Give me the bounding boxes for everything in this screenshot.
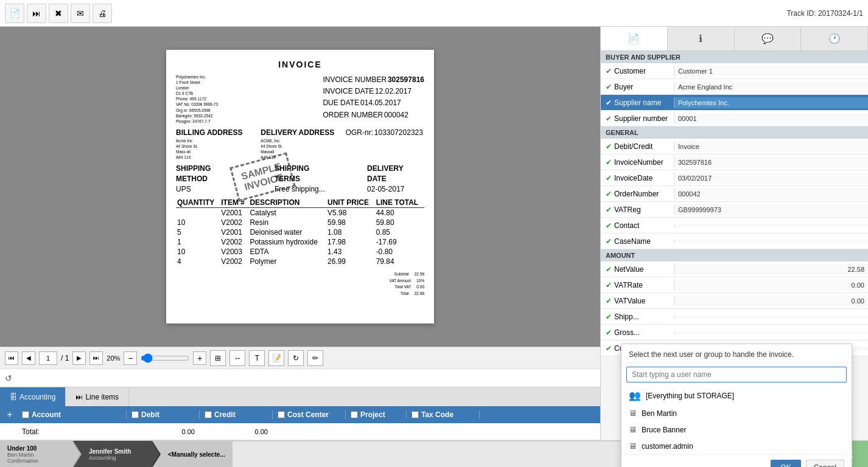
pagination-toolbar: ⏮ ◀ / 1 ▶ ⏭ 20% − + ⊞ ↔ T 📝 ↻ ✏	[0, 347, 600, 368]
field-value-invoice-date: 03/02/2017	[674, 173, 868, 184]
account-checkbox[interactable]	[22, 411, 29, 418]
add-row-button[interactable]: +	[2, 409, 17, 421]
delivery-address: DELIVERY ADDRESS ACME, Inc44 Shore St.Ma…	[261, 128, 339, 160]
email-button[interactable]: ✉	[71, 4, 90, 23]
zoom-level: 20%	[107, 355, 120, 362]
right-panel-tabs: 📄 ℹ 💬 🕐	[601, 27, 868, 51]
field-label-customer: ✔ Customer	[601, 64, 674, 78]
rp-tab-comment[interactable]: 💬	[735, 27, 802, 50]
dropdown-cancel-button[interactable]: Cancel	[806, 460, 844, 467]
dropdown-footer: OK Cancel	[621, 454, 852, 467]
field-label-vat-value: ✔ VATValue	[601, 294, 674, 308]
rp-tab-history[interactable]: 🕐	[801, 27, 868, 50]
user-select-dropdown: Select the next user or group to handle …	[621, 344, 852, 467]
print-button[interactable]: 🖨	[93, 4, 112, 23]
annotation-button[interactable]: 📝	[268, 350, 284, 366]
invoice-header: Polychemtex Inc.1 Front StreetLondonD1 9…	[176, 74, 424, 124]
line-items-icon: ⏭	[75, 393, 83, 401]
field-value-supplier-name: Polychemtex Inc.	[674, 97, 868, 108]
billing-address: BILLING ADDRESS Acme Inc44 Shore St.Mass…	[176, 128, 254, 160]
rp-tab-doc[interactable]: 📄	[601, 27, 668, 50]
ogr-info: OGR-nr: 103307202323	[346, 128, 424, 160]
rp-tab-info[interactable]: ℹ	[668, 27, 735, 50]
text-tool-button[interactable]: T	[249, 350, 265, 366]
dropdown-item-customer-admin[interactable]: 🖥 customer.admin	[621, 438, 852, 454]
grid-total-row: Total: 0.00 0.00	[0, 423, 600, 440]
dropdown-ok-button[interactable]: OK	[771, 460, 800, 467]
skip-button[interactable]: ⏭	[27, 4, 46, 23]
field-value-debit-credit: Invoice	[674, 141, 868, 152]
field-supplier-number: ✔ Supplier number 00001	[601, 111, 868, 126]
tab-line-items-label: Line items	[85, 393, 119, 401]
field-contact: ✔ Contact	[601, 218, 868, 234]
tab-accounting[interactable]: 🗄 Accounting	[0, 387, 66, 406]
credit-checkbox[interactable]	[205, 411, 212, 418]
debit-checkbox[interactable]	[131, 411, 139, 418]
field-label-shipping: ✔ Shipp...	[601, 310, 674, 323]
group-icon: 👥	[629, 390, 641, 401]
taxcode-checkbox[interactable]	[411, 411, 419, 418]
new-doc-button[interactable]: 📄	[5, 4, 24, 23]
refresh-button[interactable]: ↺	[5, 373, 12, 383]
field-label-invoice-number: ✔ InvoiceNumber	[601, 156, 674, 169]
field-label-contact: ✔ Contact	[601, 219, 674, 232]
check-icon-supplier: ✔	[606, 99, 612, 107]
rotate-button[interactable]: ↻	[288, 350, 304, 366]
dropdown-item-bruce-banner[interactable]: 🖥 Bruce Banner	[621, 421, 852, 438]
field-label-net-value: ✔ NetValue	[601, 263, 674, 276]
project-checkbox[interactable]	[351, 411, 358, 418]
tab-line-items[interactable]: ⏭ Line items	[66, 387, 129, 406]
user-icon-ben: 🖥	[629, 409, 637, 418]
fit-width-button[interactable]: ↔	[229, 350, 245, 366]
field-net-value: ✔ NetValue 22.58	[601, 261, 868, 277]
invoice-meta: INVOICE NUMBER 302597816 INVOICE DATE 12…	[323, 74, 424, 124]
dropdown-header: Select the next user or group to handle …	[621, 344, 852, 363]
user-search-input[interactable]	[626, 367, 847, 382]
col-header-project: Project	[346, 410, 407, 419]
company-address: Polychemtex Inc.1 Front StreetLondonD1 9…	[176, 74, 317, 124]
field-invoice-number: ✔ InvoiceNumber 302597816	[601, 154, 868, 170]
field-value-case-name	[674, 240, 868, 243]
next-page-button[interactable]: ▶	[72, 351, 86, 365]
field-value-contact	[674, 224, 868, 227]
field-value-vat-value: 0.00	[674, 296, 868, 306]
pencil-button[interactable]: ✏	[307, 350, 323, 366]
field-label-order-number: ✔ OrderNumber	[601, 187, 674, 201]
field-vat-reg: ✔ VATReg GB999999973	[601, 202, 868, 218]
field-shipping: ✔ Shipp...	[601, 309, 868, 325]
accounting-icon: 🗄	[10, 393, 17, 401]
close-button[interactable]: ✖	[49, 4, 68, 23]
first-page-button[interactable]: ⏮	[5, 351, 18, 365]
col-header-account: Account	[17, 410, 127, 419]
field-value-supplier-number: 00001	[674, 113, 868, 124]
field-customer: ✔ Customer Customer 1	[601, 63, 868, 79]
page-number-input[interactable]	[39, 351, 57, 365]
prev-page-button[interactable]: ◀	[22, 351, 35, 365]
delivery-date: DELIVERY DATE 02-05-2017	[367, 164, 424, 194]
debit-total: 0.00	[127, 428, 200, 435]
invoice-page: INVOICE Polychemtex Inc.1 Front StreetLo…	[166, 50, 434, 323]
field-value-invoice-number: 302597816	[674, 157, 868, 168]
dropdown-item-label-bruce: Bruce Banner	[642, 426, 686, 434]
zoom-in-button[interactable]: +	[193, 351, 206, 365]
doc-viewer: INVOICE Polychemtex Inc.1 Front StreetLo…	[0, 27, 600, 440]
col-header-debit: Debit	[127, 410, 200, 419]
zoom-out-button[interactable]: −	[124, 351, 137, 365]
dropdown-item-ben-martin[interactable]: 🖥 Ben Martin	[621, 405, 852, 421]
top-toolbar: 📄 ⏭ ✖ ✉ 🖨 Track ID: 20170324-1/1	[0, 0, 868, 27]
zoom-slider[interactable]	[141, 353, 189, 363]
dropdown-item-label-customer-admin: customer.admin	[642, 442, 693, 451]
costcenter-checkbox[interactable]	[278, 411, 285, 418]
section-buyer-supplier: BUYER AND SUPPLIER	[601, 51, 868, 63]
field-case-name: ✔ CaseName	[601, 234, 868, 249]
field-value-customer: Customer 1	[674, 66, 868, 77]
field-label-vat-rate: ✔ VATRate	[601, 278, 674, 292]
workflow-step-2: Jennifer Smith Accounting	[73, 441, 152, 467]
credit-total: 0.00	[200, 428, 273, 435]
fit-page-button[interactable]: ⊞	[210, 350, 226, 366]
last-page-button[interactable]: ⏭	[89, 351, 103, 365]
invoice-billing: BILLING ADDRESS Acme Inc44 Shore St.Mass…	[176, 128, 424, 160]
dropdown-item-group[interactable]: 👥 [Everything but STORAGE]	[621, 386, 852, 405]
field-value-buyer: Acme England Inc	[674, 81, 868, 92]
invoice-title: INVOICE	[176, 60, 424, 69]
